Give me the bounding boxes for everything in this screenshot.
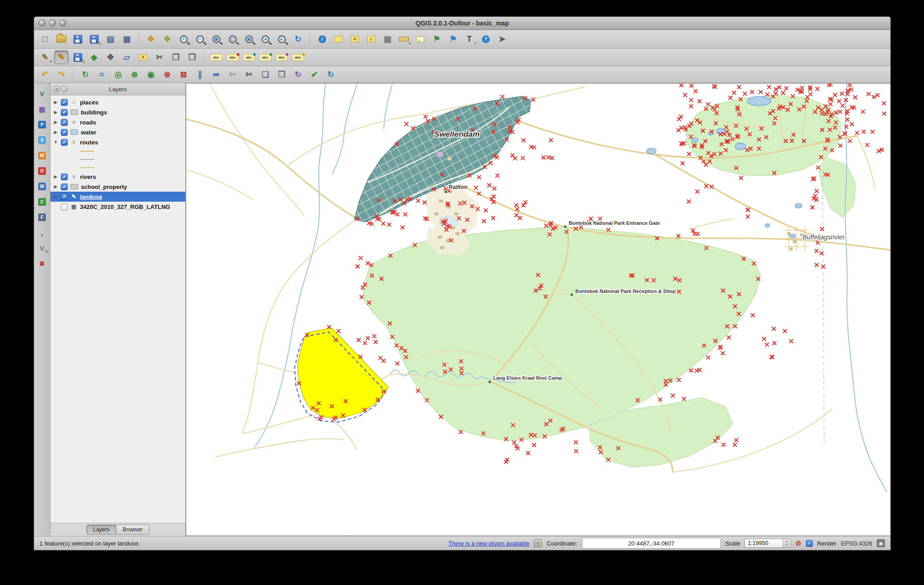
- expand-arrow-icon[interactable]: ▶: [53, 184, 58, 189]
- expand-arrow-icon[interactable]: ▶: [53, 100, 58, 104]
- panel-close-button[interactable]: ✕: [53, 86, 60, 92]
- expand-arrow-icon[interactable]: ▶: [53, 194, 58, 199]
- layer-item-landuse[interactable]: ▶✓✎landuse: [50, 192, 185, 202]
- close-button[interactable]: [39, 20, 45, 26]
- simplify-feature-button[interactable]: ≈: [94, 68, 109, 81]
- layer-checkbox-landuse[interactable]: ✓: [61, 193, 68, 200]
- node-tool-button[interactable]: ▱: [119, 50, 134, 64]
- label-rotate-button[interactable]: abc: [274, 50, 289, 64]
- fill-ring-button[interactable]: ◉: [144, 68, 158, 81]
- add-wms-layer-button[interactable]: W: [36, 180, 49, 192]
- map-tips-button[interactable]: [413, 32, 427, 46]
- zoom-button[interactable]: [60, 20, 66, 26]
- delete-part-button[interactable]: ⊠: [176, 68, 191, 81]
- layer-checkbox-water[interactable]: ✓: [61, 129, 68, 136]
- crs-status-icon[interactable]: ◉: [877, 539, 885, 547]
- rotate-point-symbols-button[interactable]: ↻: [291, 68, 305, 81]
- layer-item-buildings[interactable]: ▶✓buildings: [50, 107, 185, 117]
- plugin-available-link[interactable]: There is a new plugin available: [448, 540, 530, 547]
- add-postgis-layer-button[interactable]: P: [36, 119, 49, 130]
- map-canvas[interactable]: Swellendam Railton Bontebok National Par…: [186, 83, 890, 536]
- add-part-button[interactable]: ⊕: [127, 68, 142, 81]
- panel-float-button[interactable]: ▫: [61, 86, 68, 92]
- new-shapefile-layer-button[interactable]: V✎: [36, 242, 49, 254]
- deselect-features-button[interactable]: ✕: [348, 32, 362, 46]
- minimize-button[interactable]: [49, 20, 56, 26]
- expand-arrow-icon[interactable]: ▶: [53, 110, 58, 114]
- redraw-button[interactable]: ↻: [323, 68, 338, 81]
- save-layer-edits-button[interactable]: ✎: [70, 50, 85, 64]
- pan-map-button[interactable]: ✥: [144, 32, 158, 46]
- label-move-button[interactable]: abc: [258, 50, 273, 64]
- add-ring-button[interactable]: ◎: [111, 68, 125, 81]
- select-by-expression-button[interactable]: ε: [364, 32, 378, 46]
- pan-to-selection-button[interactable]: ✥: [160, 32, 174, 46]
- plugin-icon[interactable]: ⌗: [534, 539, 542, 547]
- paste-features-button[interactable]: ❒: [185, 50, 199, 64]
- label-properties-button[interactable]: abc: [291, 50, 305, 64]
- zoom-in-button[interactable]: +: [176, 32, 191, 46]
- expand-arrow-icon[interactable]: ▶: [53, 120, 58, 124]
- rotate-feature-button[interactable]: ↻: [78, 68, 93, 81]
- zoom-last-button[interactable]: ◂: [258, 32, 273, 46]
- zoom-out-button[interactable]: −: [193, 32, 207, 46]
- help-contents-button[interactable]: ?: [478, 32, 493, 46]
- merge-attributes-button[interactable]: ❒: [274, 68, 289, 81]
- toggle-editing-button[interactable]: ✎: [54, 50, 69, 64]
- selected-landuse-feature[interactable]: [295, 328, 388, 422]
- coordinate-input[interactable]: [582, 538, 721, 549]
- layer-checkbox-routes[interactable]: ✓: [61, 139, 68, 146]
- layer-item-roads[interactable]: ▶✓∨roads: [50, 117, 185, 127]
- zoom-next-button[interactable]: ▸: [274, 32, 289, 46]
- zoom-to-layer-button[interactable]: ▤: [242, 32, 256, 46]
- add-delimited-text-layer-button[interactable]: ,: [36, 227, 49, 238]
- merge-features-button[interactable]: ❑: [258, 68, 273, 81]
- add-wcs-layer-button[interactable]: C: [36, 196, 49, 208]
- add-mssql-layer-button[interactable]: M: [36, 149, 49, 161]
- add-wfs-layer-button[interactable]: F: [36, 211, 49, 223]
- delete-selected-button[interactable]: ✗: [136, 50, 150, 64]
- reshape-features-button[interactable]: ➦: [209, 68, 224, 81]
- layer-item-water[interactable]: ▶✓water: [50, 127, 185, 137]
- offset-curve-button[interactable]: ∥: [193, 68, 207, 81]
- split-parts-button[interactable]: ✂: [225, 68, 240, 81]
- text-annotation-button[interactable]: T▾: [462, 32, 477, 46]
- expand-arrow-icon[interactable]: ▶: [53, 130, 58, 134]
- tab-browser[interactable]: Browser: [116, 525, 149, 535]
- render-checkbox[interactable]: ✓: [806, 540, 813, 547]
- scale-magnifier-icon[interactable]: ⊘: [795, 539, 801, 547]
- copy-features-button[interactable]: ❐: [169, 50, 183, 64]
- delete-ring-button[interactable]: ⊗: [160, 68, 174, 81]
- layer-checkbox-3420C_2010_327_RGB_LATLNG[interactable]: [61, 203, 68, 210]
- layer-checkbox-rivers[interactable]: ✓: [61, 174, 68, 180]
- current-edits-button[interactable]: ✎▾: [38, 50, 52, 64]
- cut-features-button[interactable]: ✂: [152, 50, 167, 64]
- redo-button[interactable]: ↷: [54, 68, 69, 81]
- open-attribute-table-button[interactable]: ▦: [380, 32, 395, 46]
- zoom-full-extent-button[interactable]: ▣: [209, 32, 224, 46]
- add-vector-layer-button[interactable]: V: [36, 88, 49, 99]
- layer-item-3420C_2010_327_RGB_LATLNG[interactable]: ▦3420C_2010_327_RGB_LATLNG: [50, 202, 185, 212]
- zoom-to-selection-button[interactable]: ▢: [225, 32, 240, 46]
- scale-combo[interactable]: 1:19950 ▴▾: [745, 539, 791, 548]
- composer-manager-button[interactable]: ▦: [119, 32, 134, 46]
- add-feature-button[interactable]: ◆: [87, 50, 101, 64]
- select-features-button[interactable]: [331, 32, 346, 46]
- layer-checkbox-roads[interactable]: ✓: [61, 119, 68, 126]
- whats-this-button[interactable]: ➤: [495, 32, 509, 46]
- layer-item-routes[interactable]: ▼✓∨routes: [50, 137, 185, 147]
- new-print-composer-button[interactable]: ▤: [103, 32, 118, 46]
- layer-checkbox-school_property[interactable]: ✓: [61, 183, 68, 190]
- label-show-hide-button[interactable]: abc: [242, 50, 256, 64]
- layer-checkbox-places[interactable]: ✓: [61, 99, 68, 106]
- remove-layer-button[interactable]: ✖: [36, 258, 49, 269]
- show-bookmarks-button[interactable]: ⚑: [446, 32, 460, 46]
- window-titlebar[interactable]: QGIS 2.0.1-Dufour - basic_map: [34, 17, 890, 30]
- label-pin-button[interactable]: abc: [225, 50, 240, 64]
- expand-arrow-icon[interactable]: ▶: [53, 174, 58, 179]
- collapse-arrow-icon[interactable]: ▼: [53, 140, 58, 144]
- check-geometries-button[interactable]: ✔: [307, 68, 322, 81]
- layer-item-school_property[interactable]: ▶✓school_property: [50, 182, 185, 192]
- add-raster-layer-button[interactable]: ▦: [36, 103, 49, 115]
- new-bookmark-button[interactable]: ⚑: [429, 32, 444, 46]
